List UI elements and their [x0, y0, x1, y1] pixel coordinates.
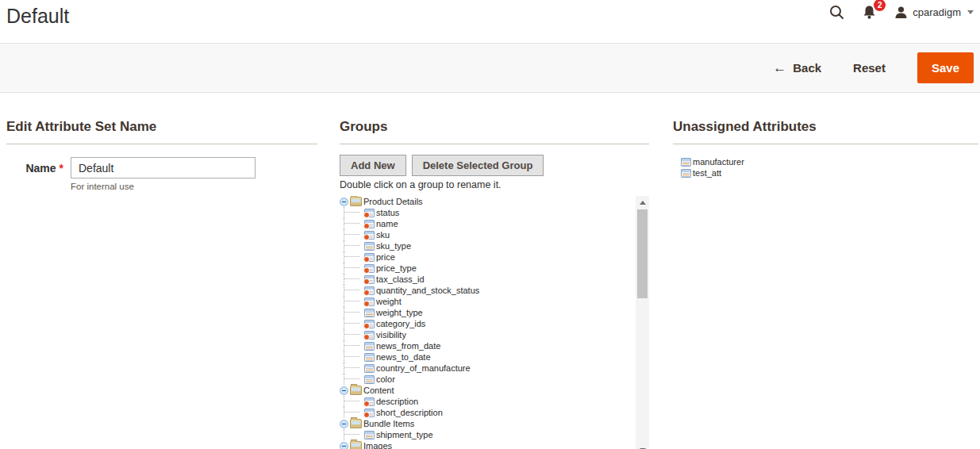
tree-item-label: Content: [363, 386, 394, 395]
page-header: Default 2: [0, 0, 980, 43]
user-name: cparadigm: [913, 6, 961, 18]
header-actions: 2 cparadigm: [829, 5, 974, 20]
tree-connector: [344, 307, 364, 318]
tree-scrollbar[interactable]: [636, 196, 649, 449]
user-avatar-icon: [894, 6, 908, 19]
tree-connector: [344, 251, 364, 263]
tree-item-label: news_from_date: [376, 341, 440, 351]
tree-item[interactable]: Images: [340, 440, 633, 449]
delete-selected-group-button[interactable]: Delete Selected Group: [412, 155, 544, 176]
tree-item[interactable]: weight: [340, 296, 633, 307]
required-attribute-icon: [364, 275, 375, 284]
tree-connector: [344, 351, 364, 363]
tree-item[interactable]: country_of_manufacture: [340, 363, 633, 374]
tree-connector: [344, 396, 364, 407]
tree-item[interactable]: price: [340, 251, 633, 263]
required-attribute-icon: [364, 320, 375, 328]
scroll-down-icon[interactable]: [636, 443, 649, 449]
folder-icon: [350, 419, 362, 428]
page-title: Default: [6, 5, 69, 28]
tree-item[interactable]: sku_type: [340, 240, 633, 251]
collapse-toggle-icon[interactable]: [340, 386, 348, 395]
tree-item[interactable]: shipment_type: [340, 429, 633, 440]
system-attribute-icon: [364, 353, 375, 362]
folder-icon: [350, 386, 362, 395]
reset-label: Reset: [853, 61, 886, 75]
tree-item[interactable]: quantity_and_stock_status: [340, 285, 633, 296]
back-button[interactable]: ← Back: [773, 61, 821, 75]
unassigned-attributes-section: Unassigned Attributes manufacturer test_…: [673, 119, 978, 178]
tree-item[interactable]: weight_type: [340, 307, 633, 318]
tree-item[interactable]: news_from_date: [340, 340, 633, 351]
tree-item-label: color: [376, 374, 395, 384]
tree-item-label: sku_type: [376, 241, 411, 251]
groups-tree-rows: Product Details status: [340, 196, 649, 449]
tree-connector: [344, 329, 364, 340]
tree-item-label: weight: [376, 297, 402, 306]
save-button[interactable]: Save: [917, 52, 974, 83]
tree-item-label: category_ids: [376, 319, 425, 328]
tree-connector: [344, 296, 364, 307]
groups-toolbar: Add New Delete Selected Group: [340, 155, 649, 176]
unassigned-list: manufacturer test_att: [673, 156, 978, 178]
search-icon[interactable]: [829, 5, 844, 20]
attribute-set-name-input[interactable]: [71, 157, 256, 178]
tree-item-label: news_to_date: [376, 352, 431, 362]
tree-connector: [344, 429, 364, 440]
system-attribute-icon: [681, 169, 691, 178]
tree-item[interactable]: Product Details: [340, 196, 633, 207]
tree-item-label: name: [376, 219, 398, 228]
scrollbar-thumb[interactable]: [637, 209, 648, 298]
tree-item[interactable]: price_type: [340, 263, 633, 274]
tree-connector: [344, 240, 364, 251]
tree-item[interactable]: color: [340, 374, 633, 385]
tree-item[interactable]: tax_class_id: [340, 274, 633, 285]
tree-item-label: description: [376, 397, 418, 406]
unassigned-attribute-item[interactable]: manufacturer: [681, 156, 978, 167]
unassigned-heading: Unassigned Attributes: [673, 119, 978, 144]
tree-item-label: status: [376, 208, 399, 217]
tree-item[interactable]: Content: [340, 385, 633, 396]
tree-item[interactable]: visibility: [340, 329, 633, 340]
tree-item-label: Bundle Items: [363, 419, 414, 428]
collapse-toggle-icon[interactable]: [340, 198, 348, 206]
tree-item[interactable]: Bundle Items: [340, 418, 633, 429]
unassigned-attribute-item[interactable]: test_att: [681, 167, 978, 178]
unassigned-attribute-label: manufacturer: [693, 157, 744, 167]
tree-item[interactable]: category_ids: [340, 318, 633, 329]
tree-connector: [344, 229, 364, 240]
notifications-bell-icon[interactable]: 2: [862, 5, 877, 20]
tree-item[interactable]: short_description: [340, 407, 633, 418]
tree-item[interactable]: news_to_date: [340, 351, 633, 363]
name-field-wrap: For internal use: [71, 157, 256, 191]
system-attribute-icon: [364, 309, 375, 317]
scroll-up-icon[interactable]: [636, 196, 649, 209]
required-attribute-icon: [364, 253, 375, 262]
system-attribute-icon: [364, 431, 375, 439]
required-attribute-icon: [364, 331, 375, 340]
user-menu[interactable]: cparadigm: [894, 6, 974, 19]
required-attribute-icon: [364, 409, 375, 417]
groups-hint: Double click on a group to rename it.: [340, 179, 649, 190]
tree-item[interactable]: status: [340, 207, 633, 218]
tree-item-label: price_type: [376, 263, 417, 273]
add-new-group-button[interactable]: Add New: [340, 155, 406, 176]
collapse-toggle-icon[interactable]: [340, 442, 348, 449]
required-attribute-icon: [364, 209, 375, 217]
reset-button[interactable]: Reset: [853, 61, 886, 75]
tree-connector: [344, 374, 364, 385]
tree-item[interactable]: name: [340, 218, 633, 229]
folder-icon: [350, 197, 362, 206]
tree-item-label: country_of_manufacture: [376, 363, 471, 373]
tree-item[interactable]: description: [340, 396, 633, 407]
system-attribute-icon: [364, 364, 375, 373]
edit-set-heading: Edit Attribute Set Name: [6, 119, 317, 144]
tree-connector: [344, 285, 364, 296]
tree-item[interactable]: sku: [340, 229, 633, 240]
tree-item-label: tax_class_id: [376, 274, 425, 284]
tree-connector: [344, 263, 364, 274]
collapse-toggle-icon[interactable]: [340, 420, 348, 428]
system-attribute-icon: [364, 242, 375, 251]
system-attribute-icon: [681, 158, 691, 167]
tree-item-label: weight_type: [376, 308, 423, 317]
